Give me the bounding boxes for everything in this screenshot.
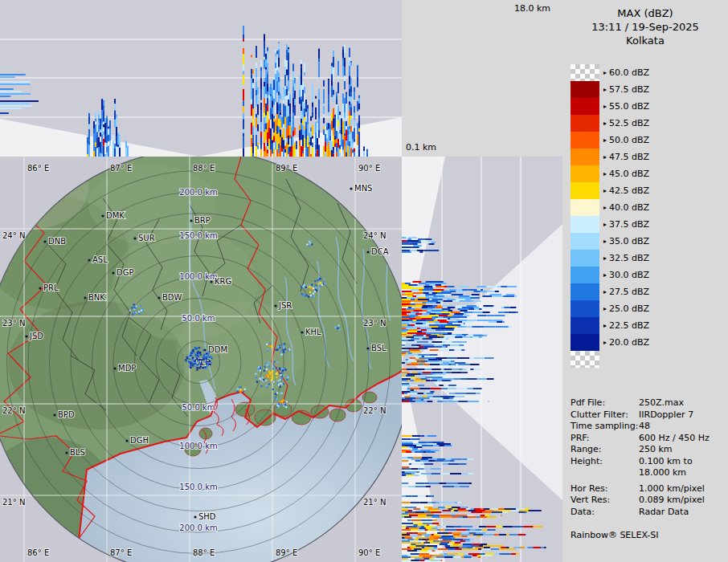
echo-cell bbox=[321, 284, 323, 286]
echo-bar bbox=[435, 397, 444, 399]
echo-cell bbox=[285, 369, 287, 371]
echo-bar bbox=[440, 324, 452, 326]
echo-bar bbox=[463, 458, 468, 460]
echo-bar bbox=[312, 107, 313, 112]
echo-bar bbox=[0, 81, 30, 83]
echo-bar bbox=[257, 104, 259, 115]
echo-bar bbox=[402, 508, 408, 510]
city-dot bbox=[133, 237, 136, 239]
echo-bar bbox=[326, 130, 328, 138]
echo-bar bbox=[418, 468, 424, 470]
echo-cell bbox=[281, 393, 283, 394]
echo-bar bbox=[112, 146, 114, 157]
echo-bar bbox=[267, 47, 268, 51]
echo-bar bbox=[309, 142, 310, 145]
echo-bar bbox=[416, 471, 419, 473]
echo-bar bbox=[487, 291, 495, 292]
echo-bar bbox=[407, 550, 417, 552]
echo-cell bbox=[280, 374, 282, 376]
echo-bar bbox=[352, 132, 354, 140]
echo-bar bbox=[411, 556, 423, 558]
echo-bar bbox=[423, 292, 429, 294]
echo-bar bbox=[423, 289, 433, 291]
echo-bar bbox=[354, 128, 355, 138]
echo-bar bbox=[402, 354, 405, 356]
echo-bar bbox=[405, 399, 413, 401]
echo-bar bbox=[444, 286, 448, 287]
echo-cell bbox=[280, 383, 281, 385]
echo-bar bbox=[427, 310, 431, 312]
echo-bar bbox=[325, 134, 326, 141]
echo-bar bbox=[341, 118, 342, 126]
echo-bar bbox=[402, 445, 404, 446]
echo-bar bbox=[519, 510, 529, 511]
echo-bar bbox=[328, 80, 329, 87]
echo-bar bbox=[452, 328, 455, 329]
echo-bar bbox=[264, 108, 265, 112]
echo-bar bbox=[333, 118, 334, 128]
echo-bar bbox=[402, 352, 406, 354]
echo-bar bbox=[344, 136, 346, 146]
echo-bar bbox=[276, 81, 278, 93]
echo-bar bbox=[292, 113, 294, 120]
echo-bar bbox=[416, 305, 423, 307]
echo-bar bbox=[407, 305, 416, 307]
echo-bar bbox=[280, 79, 281, 83]
echo-bar bbox=[431, 242, 436, 243]
echo-bar bbox=[342, 104, 344, 115]
echo-bar bbox=[407, 389, 410, 391]
echo-bar bbox=[275, 90, 276, 102]
echo-bar bbox=[402, 240, 407, 242]
echo-bar bbox=[116, 114, 117, 118]
echo-bar bbox=[432, 495, 434, 497]
echo-cell bbox=[266, 344, 268, 345]
echo-bar bbox=[256, 46, 257, 47]
echo-bar bbox=[0, 103, 30, 104]
echo-bar bbox=[528, 547, 534, 548]
echo-bar bbox=[468, 289, 477, 291]
echo-bar bbox=[358, 96, 360, 99]
echo-bar bbox=[411, 324, 415, 326]
echo-bar bbox=[488, 529, 492, 531]
echo-bar bbox=[415, 397, 419, 399]
echo-bar bbox=[452, 364, 456, 365]
echo-cell bbox=[276, 383, 278, 385]
legend-entry: ▸52.5 dBZ bbox=[571, 115, 723, 132]
city-label: DGH bbox=[130, 436, 149, 445]
echo-bar bbox=[402, 375, 406, 377]
vertical-profile-top-panel bbox=[0, 0, 402, 157]
echo-bar bbox=[114, 144, 116, 149]
echo-bar bbox=[268, 139, 270, 143]
echo-bar bbox=[487, 378, 494, 380]
echo-bar bbox=[251, 100, 252, 104]
echo-bar bbox=[243, 39, 244, 42]
echo-cell bbox=[209, 360, 211, 362]
echo-bar bbox=[411, 377, 416, 378]
echo-bar bbox=[272, 79, 273, 88]
echo-bar bbox=[476, 516, 481, 518]
echo-bar bbox=[430, 536, 442, 537]
echo-bar bbox=[449, 534, 453, 536]
echo-bar bbox=[456, 540, 460, 542]
echo-bar bbox=[278, 144, 280, 149]
echo-bar bbox=[460, 300, 466, 302]
echo-bar bbox=[264, 112, 265, 117]
echo-bar bbox=[265, 67, 267, 69]
echo-bar bbox=[344, 58, 346, 67]
echo-bar bbox=[270, 94, 272, 96]
echo-bar bbox=[354, 92, 355, 100]
legend-value: 40.0 dBZ bbox=[609, 202, 649, 213]
echo-bar bbox=[419, 346, 424, 348]
echo-bar bbox=[408, 513, 418, 515]
echo-bar bbox=[406, 237, 408, 238]
echo-bar bbox=[310, 116, 312, 121]
city-label: BRP bbox=[194, 216, 211, 225]
echo-bar bbox=[252, 100, 254, 108]
echo-cell bbox=[138, 312, 140, 314]
echo-cell bbox=[192, 357, 194, 359]
echo-bar bbox=[435, 451, 436, 453]
echo-bar bbox=[476, 529, 482, 531]
echo-bar bbox=[510, 307, 517, 308]
echo-cell bbox=[264, 377, 266, 378]
echo-bar bbox=[96, 148, 98, 157]
